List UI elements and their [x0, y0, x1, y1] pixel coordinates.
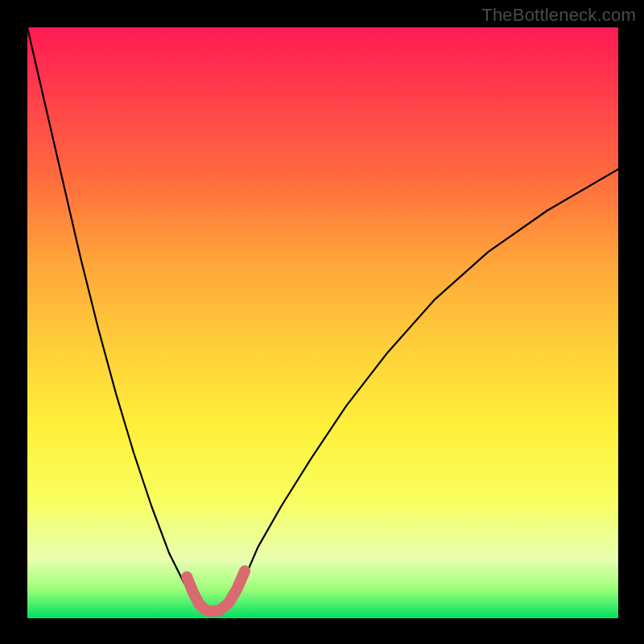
- chart-frame: TheBottleneck.com: [0, 0, 644, 644]
- watermark-text: TheBottleneck.com: [481, 5, 636, 26]
- curve-layer: [27, 27, 618, 618]
- main-curve: [27, 27, 618, 613]
- highlight-segment: [187, 571, 245, 611]
- plot-area: [27, 27, 618, 618]
